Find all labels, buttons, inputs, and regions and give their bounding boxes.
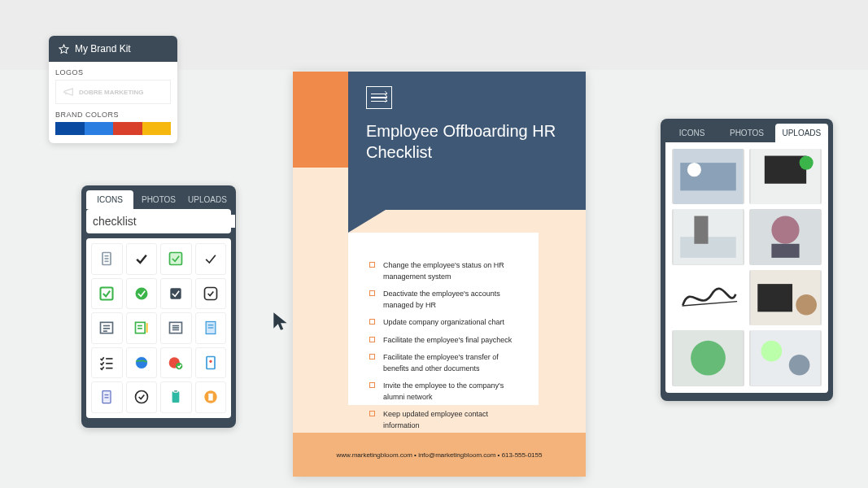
svg-rect-55 [771,244,799,258]
icon-check-circle-outline[interactable] [126,381,158,413]
icon-clipboard-lines[interactable] [91,381,123,413]
upload-thumb[interactable] [672,209,744,264]
tab-uploads-2[interactable]: UPLOADS [775,124,828,142]
uploads-panel: ICONS PHOTOS UPLOADS [661,119,833,401]
upload-thumb[interactable] [749,209,822,264]
svg-point-64 [761,341,783,362]
list-item: Facilitate the employee's transfer of be… [369,352,517,374]
upload-thumb[interactable] [672,330,744,386]
svg-point-60 [796,294,817,316]
tab-uploads[interactable]: UPLOADS [184,190,231,209]
svg-point-30 [135,356,147,368]
brand-colors-label: BRAND COLORS [55,111,171,119]
icon-clipboard-orange[interactable] [195,381,227,413]
list-item: Deactivate the employee's accounts manag… [369,289,517,311]
icon-check-circle-green[interactable] [126,278,158,310]
svg-rect-43 [207,393,213,401]
svg-rect-7 [170,253,182,265]
svg-point-39 [135,391,147,403]
uploads-grid [665,142,828,393]
star-icon [59,44,69,54]
icon-clipboard-teal[interactable] [160,381,192,413]
cursor-icon [270,309,291,333]
icon-check[interactable] [126,243,158,275]
search-input[interactable] [93,215,235,228]
tab-photos-2[interactable]: PHOTOS [720,124,773,142]
brand-kit-title: My Brand Kit [75,43,131,54]
tab-icons-2[interactable]: ICONS [665,124,718,142]
icon-list-lines[interactable] [91,312,123,344]
tab-icons[interactable]: ICONS [86,190,133,209]
icon-checkbox-dark[interactable] [160,278,192,310]
icon-globe-blue[interactable] [126,347,158,379]
upload-thumb[interactable] [672,149,744,204]
icon-checkbox-outline[interactable] [195,278,227,310]
svg-point-65 [789,355,810,376]
icon-clipboard-medical[interactable] [195,347,227,379]
icons-panel: ICONS PHOTOS UPLOADS [81,185,236,428]
svg-rect-8 [101,287,113,299]
svg-point-46 [687,163,701,176]
svg-rect-11 [204,287,216,299]
checklist: Change the employee's status on HR manag… [369,260,517,431]
brand-kit-header: My Brand Kit [49,36,177,62]
icon-clipboard[interactable] [91,243,123,275]
svg-point-54 [771,216,799,244]
svg-rect-63 [751,330,821,386]
icon-checklist-bullets[interactable] [91,347,123,379]
document-canvas[interactable]: Employee Offboarding HR Checklist Change… [293,72,586,477]
megaphone-icon [61,86,76,98]
svg-marker-0 [59,45,68,53]
upload-thumb[interactable] [672,270,744,325]
svg-rect-59 [757,284,792,312]
list-item: Facilitate the employee's final paycheck [369,335,517,346]
icon-list-pencil[interactable] [126,312,158,344]
checklist-header-icon [366,86,392,109]
upload-thumb[interactable] [749,149,822,204]
svg-rect-52 [694,216,708,244]
icon-checkbox-green-light[interactable] [160,243,192,275]
brand-kit-panel: My Brand Kit LOGOS DOBRE MARKETING BRAND… [49,36,177,143]
logo-placeholder[interactable]: DOBRE MARKETING [55,80,171,104]
brand-color-swatches[interactable] [55,122,171,135]
document-footer: www.marketingbloom.com • info@marketingb… [337,451,543,459]
icon-check-thin[interactable] [195,243,227,275]
search-row [86,209,231,233]
tab-photos[interactable]: PHOTOS [135,190,182,209]
list-item: Change the employee's status on HR manag… [369,260,517,282]
logos-label: LOGOS [55,68,171,76]
svg-rect-41 [174,390,178,393]
svg-point-9 [134,286,148,300]
icon-checkbox-green-outline[interactable] [91,278,123,310]
upload-thumb[interactable] [749,270,822,325]
list-item: Update company organizational chart [369,317,517,329]
svg-rect-10 [170,287,182,299]
svg-point-62 [691,341,726,376]
svg-rect-36 [103,391,111,403]
svg-point-32 [176,363,182,369]
upload-thumb[interactable] [749,330,822,386]
svg-point-49 [800,156,813,170]
icon-globe-check[interactable] [160,347,192,379]
icon-results-grid [86,238,231,418]
list-item: Invite the employee to the company's alu… [369,381,517,403]
icon-doc-blue[interactable] [195,312,227,344]
document-title: Employee Offboarding HR Checklist [366,120,568,163]
list-item: Keep updated employee contact informatio… [369,409,517,431]
icon-list-lines-2[interactable] [160,312,192,344]
